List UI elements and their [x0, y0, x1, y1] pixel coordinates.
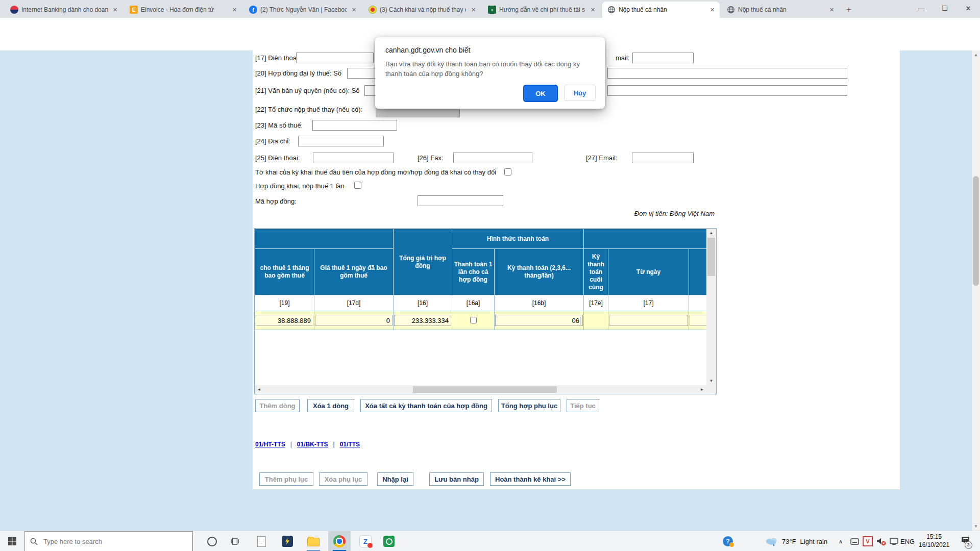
- chrome-icon: [333, 535, 346, 547]
- tab-close-icon[interactable]: ✕: [708, 6, 717, 14]
- tab-close-icon[interactable]: ✕: [111, 6, 119, 14]
- tab-close-icon[interactable]: ✕: [350, 6, 358, 14]
- field-26-label: [26] Fax:: [418, 154, 444, 162]
- new-tab-button[interactable]: +: [842, 3, 855, 16]
- tab-close-icon[interactable]: ✕: [589, 6, 597, 14]
- zalo-app-button[interactable]: Z: [354, 531, 377, 551]
- time-label: 15:15: [919, 533, 949, 541]
- tab-close-icon[interactable]: ✕: [827, 6, 836, 14]
- delete-row-button[interactable]: Xóa 1 dòng: [307, 399, 354, 412]
- currency-note: Đơn vị tiền: Đồng Việt Nam: [510, 210, 715, 217]
- tab-internet-banking[interactable]: Internet Banking dành cho doan ✕: [5, 2, 122, 18]
- tab-huong-dan[interactable]: ≡ Hướng dẫn về chi phí thuê tài s ✕: [483, 2, 600, 18]
- scrollbar-thumb[interactable]: [413, 386, 557, 393]
- save-draft-button[interactable]: Lưu bản nháp: [429, 472, 484, 486]
- green-app-button[interactable]: [378, 531, 400, 551]
- header-pay-period: Kỳ thanh toán (2,3,6... tháng/lần): [495, 249, 584, 295]
- rent-day-input[interactable]: [315, 315, 393, 326]
- continue-button[interactable]: Tiếp tục: [567, 399, 599, 412]
- link-01-ht-tts[interactable]: 01/HT-TTS: [255, 441, 285, 448]
- code-cell: [16a]: [452, 295, 495, 311]
- total-value-input[interactable]: [394, 315, 451, 326]
- complete-declaration-button[interactable]: Hoàn thành kê khai >>: [490, 472, 571, 486]
- link-01-tts[interactable]: 01/TTS: [340, 441, 360, 448]
- globe-icon: [727, 6, 735, 14]
- from-date-input[interactable]: [609, 315, 688, 326]
- appendix-summary-button[interactable]: Tổng hợp phụ lục: [498, 399, 560, 412]
- scrollbar-corner: [706, 385, 716, 394]
- field-23-label: [23] Mã số thuế:: [255, 121, 303, 129]
- field-20-right-input[interactable]: [607, 68, 847, 79]
- field-17-input[interactable]: [296, 53, 374, 63]
- field-19-input[interactable]: [632, 53, 694, 63]
- tab-nop-thue-2[interactable]: Nộp thuế cá nhân ✕: [722, 2, 839, 18]
- rent-month-input[interactable]: [256, 315, 313, 326]
- tab-close-icon[interactable]: ✕: [230, 6, 239, 14]
- browser-toolbar: ← → ↻ ⌂ canhan.gdt.gov.vn/ICanhan/Reques…: [0, 18, 980, 36]
- tab-nop-thue-active[interactable]: Nộp thuế cá nhân ✕: [602, 2, 720, 18]
- page-scrollbar[interactable]: ▲ ▼: [972, 51, 980, 531]
- zalo-icon: Z: [359, 535, 372, 547]
- cut-column-input[interactable]: [690, 315, 706, 326]
- network-button[interactable]: [887, 531, 901, 551]
- tab-einvoice[interactable]: E Einvoice - Hóa đơn điện tử ✕: [125, 2, 242, 18]
- tab-facebook[interactable]: f (2) Thức Nguyễn Văn | Facebook ✕: [244, 2, 361, 18]
- start-button[interactable]: [0, 531, 24, 551]
- field-24-input[interactable]: [298, 136, 384, 146]
- field-27-input[interactable]: [632, 153, 694, 163]
- window-maximize-button[interactable]: ☐: [933, 0, 957, 16]
- tab-cach-khai[interactable]: (3) Cách khai và nộp thuế thay c ✕: [363, 2, 481, 18]
- unikey-button[interactable]: V: [861, 531, 875, 551]
- last-period-cell: [584, 311, 608, 330]
- chrome-app-button[interactable]: [328, 531, 351, 551]
- search-input[interactable]: [42, 537, 177, 546]
- scrollbar-thumb[interactable]: [707, 238, 715, 276]
- file-explorer-button[interactable]: [302, 531, 325, 551]
- scroll-up-icon[interactable]: ▲: [706, 229, 716, 237]
- contract-code-input[interactable]: [418, 195, 503, 206]
- code-cell: [17e]: [584, 295, 608, 311]
- link-01-bk-tts[interactable]: 01/BK-TTS: [297, 441, 328, 448]
- first-declaration-checkbox[interactable]: [504, 168, 511, 176]
- language-indicator[interactable]: ENG: [900, 531, 915, 551]
- scroll-left-icon[interactable]: ◄: [255, 385, 263, 394]
- window-close-button[interactable]: ✕: [957, 0, 980, 16]
- field-21-right-input[interactable]: [607, 85, 847, 96]
- scrollbar-thumb[interactable]: [973, 176, 979, 286]
- delete-all-periods-button[interactable]: Xóa tất cả kỳ thanh toán của hợp đồng: [360, 399, 492, 412]
- pay-once-checkbox[interactable]: [470, 317, 477, 323]
- grid-horizontal-scrollbar[interactable]: ◄ ►: [255, 385, 706, 394]
- scroll-down-icon[interactable]: ▼: [972, 522, 980, 531]
- lightning-app-button[interactable]: [276, 531, 299, 551]
- window-minimize-button[interactable]: —: [910, 0, 933, 16]
- dialog-cancel-button[interactable]: Hủy: [564, 85, 596, 101]
- notification-badge: [367, 542, 373, 548]
- tray-expand-chevron[interactable]: ∧: [834, 531, 848, 551]
- touch-keyboard-button[interactable]: [847, 531, 862, 551]
- dialog-ok-button[interactable]: OK: [523, 85, 558, 102]
- clock[interactable]: 15:15 16/10/2021: [919, 531, 949, 551]
- re-enter-button[interactable]: Nhập lại: [377, 472, 413, 486]
- task-view-button[interactable]: [224, 531, 246, 551]
- scroll-down-icon[interactable]: ▼: [706, 377, 716, 385]
- taskbar-search[interactable]: [24, 531, 193, 551]
- notepad-app-button[interactable]: [250, 531, 273, 551]
- one-time-checkbox[interactable]: [354, 182, 361, 189]
- pay-period-input[interactable]: 06: [495, 315, 583, 326]
- field-25-input[interactable]: [313, 153, 394, 163]
- delete-appendix-button[interactable]: Xóa phụ lục: [319, 472, 368, 486]
- weather-widget[interactable]: 73°F Light rain: [765, 531, 827, 551]
- tab-close-icon[interactable]: ✕: [469, 6, 478, 14]
- cortana-button[interactable]: [201, 531, 223, 551]
- help-tray-button[interactable]: ?: [717, 531, 739, 551]
- tab-title: Hướng dẫn về chi phí thuê tài s: [499, 6, 585, 13]
- grid-vertical-scrollbar[interactable]: ▲ ▼: [706, 229, 716, 385]
- green-doc-icon: ≡: [488, 6, 496, 14]
- field-26-input[interactable]: [453, 153, 532, 163]
- action-center-button[interactable]: 3: [953, 531, 977, 551]
- scroll-up-icon[interactable]: ▲: [972, 51, 980, 59]
- scroll-right-icon[interactable]: ►: [698, 385, 706, 394]
- add-row-button[interactable]: Thêm dòng: [255, 399, 300, 412]
- add-appendix-button[interactable]: Thêm phụ lục: [259, 472, 313, 486]
- field-23-input[interactable]: [312, 120, 397, 131]
